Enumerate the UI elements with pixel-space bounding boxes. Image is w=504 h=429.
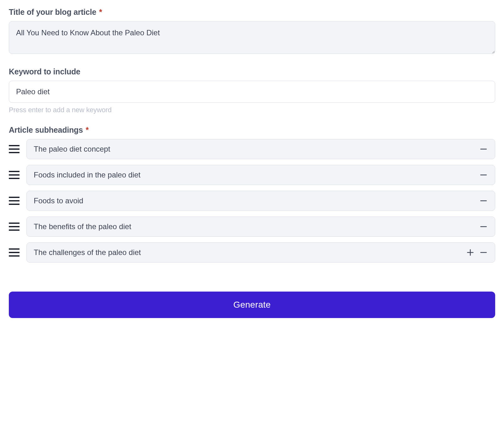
- drag-handle-icon[interactable]: [9, 248, 20, 257]
- minus-icon: [480, 223, 487, 230]
- subheadings-list: The paleo diet concept Foods included in…: [9, 139, 495, 263]
- subheading-row: The paleo diet concept: [9, 139, 495, 159]
- title-field-group: Title of your blog article *: [9, 8, 495, 56]
- title-label: Title of your blog article *: [9, 8, 495, 17]
- subheading-text: The challenges of the paleo diet: [34, 248, 461, 257]
- keyword-input[interactable]: [9, 81, 495, 103]
- subheading-input-box[interactable]: Foods to avoid: [26, 191, 495, 211]
- keyword-helper-text: Press enter to add a new keyword: [9, 106, 495, 114]
- remove-subheading-button[interactable]: [479, 196, 488, 205]
- subheading-input-box[interactable]: Foods included in the paleo diet: [26, 165, 495, 185]
- keyword-label: Keyword to include: [9, 67, 495, 76]
- keyword-field-group: Keyword to include Press enter to add a …: [9, 67, 495, 114]
- title-input[interactable]: [9, 21, 495, 54]
- title-label-text: Title of your blog article: [9, 8, 96, 16]
- minus-icon: [480, 249, 487, 256]
- subheadings-label-text: Article subheadings: [9, 125, 83, 134]
- subheading-text: The paleo diet concept: [34, 145, 475, 154]
- drag-handle-icon[interactable]: [9, 197, 20, 205]
- subheading-row: The benefits of the paleo diet: [9, 217, 495, 237]
- subheading-input-box[interactable]: The benefits of the paleo diet: [26, 217, 495, 237]
- remove-subheading-button[interactable]: [479, 145, 488, 154]
- subheading-row: Foods to avoid: [9, 191, 495, 211]
- subheading-text: The benefits of the paleo diet: [34, 222, 475, 231]
- drag-handle-icon[interactable]: [9, 223, 20, 231]
- subheading-text: Foods included in the paleo diet: [34, 171, 475, 179]
- remove-subheading-button[interactable]: [479, 222, 488, 231]
- required-star-icon: *: [99, 8, 102, 16]
- subheadings-label: Article subheadings *: [9, 125, 495, 135]
- required-star-icon: *: [86, 125, 89, 134]
- add-subheading-button[interactable]: [466, 248, 475, 257]
- drag-handle-icon[interactable]: [9, 145, 20, 153]
- subheading-row: Foods included in the paleo diet: [9, 165, 495, 185]
- remove-subheading-button[interactable]: [479, 248, 488, 257]
- remove-subheading-button[interactable]: [479, 171, 488, 179]
- subheading-text: Foods to avoid: [34, 196, 475, 205]
- drag-handle-icon[interactable]: [9, 171, 20, 179]
- minus-icon: [480, 146, 487, 153]
- subheading-row: The challenges of the paleo diet: [9, 242, 495, 263]
- minus-icon: [480, 197, 487, 204]
- minus-icon: [480, 171, 487, 178]
- generate-button[interactable]: Generate: [9, 292, 495, 318]
- plus-icon: [467, 249, 474, 256]
- subheading-input-box[interactable]: The challenges of the paleo diet: [26, 242, 495, 263]
- subheadings-field-group: Article subheadings * The paleo diet con…: [9, 125, 495, 263]
- subheading-input-box[interactable]: The paleo diet concept: [26, 139, 495, 159]
